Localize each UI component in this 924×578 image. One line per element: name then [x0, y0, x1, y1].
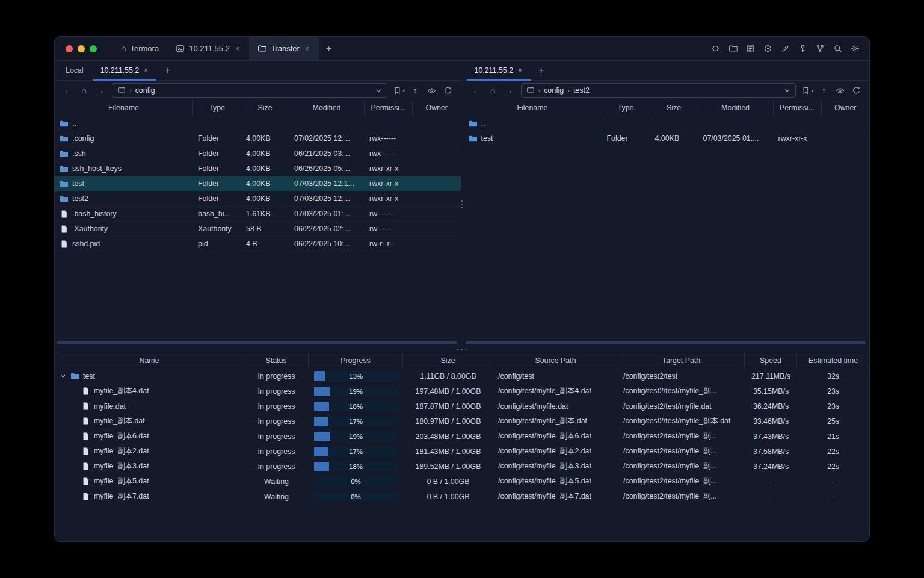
show-hidden-button[interactable]: [833, 83, 848, 98]
file-row-sshd-pid[interactable]: sshd.pidpid4 B06/22/2025 10:...rw-r--r--: [55, 237, 461, 252]
bookmark-button[interactable]: ▾: [800, 83, 815, 98]
zoom-window-button[interactable]: [90, 45, 97, 52]
close-tab-icon[interactable]: ×: [517, 66, 523, 75]
transfer-row-myfile-5-dat[interactable]: myfile_副本5.datWaiting0%0 B / 1.00GB/conf…: [55, 474, 869, 489]
horizontal-splitter[interactable]: [55, 346, 869, 353]
transfer-row-myfile-3-dat[interactable]: myfile_副本3.datIn progress18%189.52MB / 1…: [55, 459, 869, 474]
folder-outline-icon[interactable]: [727, 43, 739, 55]
transfer-eta: 25s: [797, 414, 869, 429]
left-panel-tab-local[interactable]: Local: [57, 61, 92, 80]
file-row-item[interactable]: ..: [464, 116, 870, 131]
horizontal-scrollbar[interactable]: [466, 341, 866, 344]
folder-icon: [60, 134, 69, 143]
filename: test: [481, 134, 493, 143]
transfer-row-myfile-dat[interactable]: myfile_副本.datIn progress17%180.97MB / 1.…: [55, 414, 869, 429]
chevron-down-icon[interactable]: [784, 87, 790, 94]
record-icon[interactable]: [762, 43, 774, 55]
code-icon[interactable]: [709, 43, 721, 55]
settings-icon[interactable]: [849, 43, 861, 55]
file-row-item[interactable]: ..: [55, 116, 461, 131]
new-tab-button[interactable]: +: [319, 37, 339, 60]
bookmark-button[interactable]: ▾: [392, 83, 407, 98]
close-tab-icon[interactable]: ×: [304, 44, 310, 54]
back-button[interactable]: ←: [60, 83, 75, 98]
parent-directory-button[interactable]: ↑: [816, 83, 831, 98]
transfer-column-name[interactable]: Name: [55, 353, 244, 368]
column-header-permissi[interactable]: Permissi...: [774, 100, 822, 116]
file-row-config[interactable]: .configFolder4.00KB07/02/2025 12:...rwx-…: [55, 131, 461, 146]
column-header-type[interactable]: Type: [193, 100, 241, 116]
column-header-size[interactable]: Size: [650, 100, 698, 116]
file-row-xauthority[interactable]: .XauthorityXauthority58 B06/22/2025 02:.…: [55, 222, 461, 237]
column-header-permissi[interactable]: Permissi...: [365, 100, 413, 116]
transfer-column-source-path[interactable]: Source Path: [493, 353, 618, 368]
transfer-status: In progress: [244, 459, 309, 474]
left-panel-tab-10-211-55-2[interactable]: 10.211.55.2×: [92, 61, 158, 80]
transfer-column-status[interactable]: Status: [244, 353, 309, 368]
transfer-column-target-path[interactable]: Target Path: [618, 353, 745, 368]
left-panel-new-tab-button[interactable]: +: [158, 61, 176, 80]
collapse-chevron-icon[interactable]: [58, 373, 67, 379]
close-tab-icon[interactable]: ×: [143, 66, 149, 75]
column-header-size[interactable]: Size: [241, 100, 289, 116]
close-tab-icon[interactable]: ×: [234, 44, 241, 54]
transfer-column-size[interactable]: Size: [403, 353, 493, 368]
transfer-row-test[interactable]: testIn progress13%1.11GB / 8.00GB/config…: [55, 368, 869, 384]
search-icon[interactable]: [831, 43, 843, 55]
home-button[interactable]: ⌂: [485, 83, 500, 98]
column-header-filename[interactable]: Filename: [55, 100, 193, 116]
transfer-column-speed[interactable]: Speed: [745, 353, 797, 368]
transfer-row-myfile-2-dat[interactable]: myfile_副本2.datIn progress17%181.43MB / 1…: [55, 444, 869, 459]
app-tab-termora[interactable]: ⌂Termora: [112, 37, 167, 60]
refresh-button[interactable]: [440, 83, 455, 98]
file-row-test2[interactable]: test2Folder4.00KB07/03/2025 12:...rwxr-x…: [55, 191, 461, 207]
filename: ..: [72, 119, 76, 128]
app-tab-transfer[interactable]: Transfer×: [249, 37, 319, 60]
chevron-down-icon[interactable]: [375, 87, 382, 94]
path-segment-config[interactable]: config: [544, 86, 564, 95]
column-header-filename[interactable]: Filename: [464, 100, 602, 116]
transfer-row-myfile-dat[interactable]: myfile.datIn progress18%187.87MB / 1.00G…: [55, 399, 869, 414]
path-segment-test2[interactable]: test2: [573, 86, 590, 95]
edit-icon[interactable]: [779, 43, 791, 55]
home-button[interactable]: ⌂: [76, 83, 91, 98]
transfer-row-myfile-4-dat[interactable]: myfile_副本4.datIn progress19%197.48MB / 1…: [55, 384, 869, 399]
column-header-owner[interactable]: Owner: [413, 100, 461, 116]
file-row-test[interactable]: testFolder4.00KB07/03/2025 12:1...rwxr-x…: [55, 176, 461, 191]
left-path-bar[interactable]: ›config: [112, 83, 387, 98]
column-header-modified[interactable]: Modified: [289, 100, 365, 116]
right-panel-tab-10-211-55-2[interactable]: 10.211.55.2×: [466, 61, 532, 80]
file-row-ssh-host-keys[interactable]: ssh_host_keysFolder4.00KB06/26/2025 05:.…: [55, 161, 461, 176]
transfer-column-estimated-time[interactable]: Estimated time: [797, 353, 869, 368]
file-permissions: [774, 116, 822, 131]
transfer-target-path: /config/test2/test/myfile_副...: [618, 429, 745, 444]
app-tab-10-211-55-2[interactable]: 10.211.55.2×: [167, 37, 249, 60]
back-button[interactable]: ←: [469, 83, 484, 98]
file-row-ssh[interactable]: .sshFolder4.00KB06/21/2025 03:...rwx----…: [55, 146, 461, 161]
show-hidden-button[interactable]: [424, 83, 439, 98]
transfer-row-myfile-7-dat[interactable]: myfile_副本7.datWaiting0%0 B / 1.00GB/conf…: [55, 489, 869, 504]
horizontal-scrollbar[interactable]: [57, 341, 457, 344]
key-icon[interactable]: [796, 43, 808, 55]
forward-button[interactable]: →: [93, 83, 108, 98]
close-window-button[interactable]: [66, 45, 73, 52]
transfer-row-myfile-6-dat[interactable]: myfile_副本6.datIn progress19%203.48MB / 1…: [55, 429, 869, 444]
file-modified: 06/21/2025 03:...: [289, 146, 365, 161]
column-header-type[interactable]: Type: [602, 100, 650, 116]
refresh-button[interactable]: [849, 83, 864, 98]
transfer-progress-cell: 13%: [309, 368, 403, 384]
transfer-column-progress[interactable]: Progress: [309, 353, 403, 368]
right-panel-new-tab-button[interactable]: +: [532, 61, 550, 80]
right-path-bar[interactable]: ›config›test2: [521, 83, 796, 98]
transfer-target-path: /config/test2/test/myfile.dat: [618, 399, 745, 414]
file-row-bash-history[interactable]: .bash_historybash_hi...1.61KB07/03/2025 …: [55, 207, 461, 222]
minimize-window-button[interactable]: [78, 45, 85, 52]
log-icon[interactable]: [744, 43, 756, 55]
column-header-modified[interactable]: Modified: [698, 100, 774, 116]
file-row-test[interactable]: testFolder4.00KB07/03/2025 01:...rwxr-xr…: [464, 131, 870, 146]
column-header-owner[interactable]: Owner: [822, 100, 870, 116]
path-segment-config[interactable]: config: [135, 86, 155, 95]
parent-directory-button[interactable]: ↑: [408, 83, 423, 98]
branch-icon[interactable]: [814, 43, 826, 55]
forward-button[interactable]: →: [502, 83, 517, 98]
